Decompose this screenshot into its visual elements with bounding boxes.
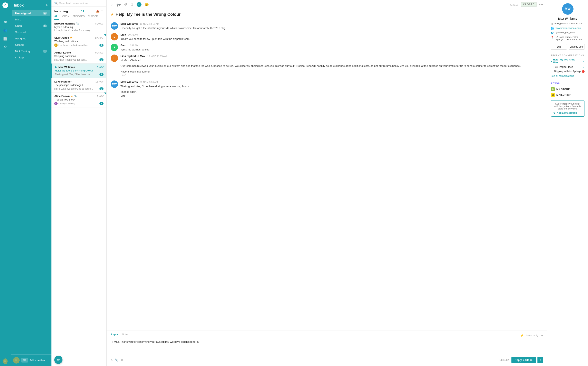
reply-close-dropdown[interactable]: ▾ — [537, 357, 543, 363]
see-all-conversations[interactable]: See all conversations — [551, 75, 585, 77]
sidebar-header: Inbox ↻ — [11, 0, 52, 10]
checkmark-icon[interactable]: ✓ — [111, 3, 113, 7]
add-mailbox-button[interactable]: Add a mailbox — [30, 359, 45, 362]
sidebar-item-snoozed[interactable]: Snoozed — [12, 29, 50, 35]
nav-reports-icon[interactable]: 📈 — [3, 36, 8, 41]
conv-item-top: Arthur Locke 9:35 AM — [54, 51, 104, 54]
nav-inbox-icon[interactable]: ✉ — [3, 20, 8, 24]
sidebar-item-closed[interactable]: Closed — [12, 42, 50, 48]
conv-item-top: Luke Fletcher 18 NOV — [54, 80, 104, 83]
insert-reply-label[interactable]: Insert reply — [526, 334, 538, 337]
user-website[interactable]: www.maxsurfschool.com — [556, 27, 581, 29]
sidebar-item-label: Mine — [15, 18, 21, 21]
list-item[interactable]: Arthur Locke 9:35 AM Shipping Locations … — [52, 49, 106, 63]
tab-snoozed[interactable]: SNOOZED — [73, 15, 84, 20]
attachment-icon[interactable]: 📎 — [115, 358, 118, 361]
conv-item-bottom: L Hey Lesley, haha thanks that... 4 — [54, 44, 104, 47]
sidebar-bottom: U ⌨ Add a mailbox — [11, 354, 52, 366]
conv-time: 9:35 AM — [95, 52, 104, 54]
recent-conv-item[interactable]: Shipping to Palm Springs 🔴 — [551, 70, 585, 73]
left-navigation: C ☰ ✉ 👥 📈 ⚙ U — [0, 0, 11, 366]
conversation-list-header: Incoming 14 📥 ☰ ALL OPEN SNOOZED CLOSED — [52, 7, 106, 20]
recent-conv-item[interactable]: ▶ Help! My Tee is the Wron... ✓ — [551, 58, 585, 64]
reply-close-button[interactable]: Reply & Close — [512, 357, 536, 363]
conv-time: 17 NOV — [96, 95, 104, 97]
sidebar-item-label: Tags — [19, 56, 24, 59]
conv-subject: Tropical Tee Stock — [54, 98, 104, 101]
edit-button[interactable]: Edit — [551, 44, 567, 50]
bold-icon[interactable]: A — [111, 358, 113, 361]
archive-icon[interactable]: 📥 — [96, 10, 99, 13]
keyboard-icon-btn[interactable]: ⌨ — [21, 358, 28, 363]
conv-subject: The package is damaged — [54, 84, 104, 87]
recent-conv-item[interactable]: Hey Tropical Tees ✓ — [551, 66, 585, 69]
tag-active-icon[interactable]: 🏷 — [136, 2, 142, 7]
recent-conv-text: Hey Tropical Tees — [553, 66, 583, 69]
conv-preview: Hello Luke, we are trying to figure... — [54, 87, 93, 90]
tab-open[interactable]: OPEN — [62, 15, 69, 20]
list-item[interactable]: Max Williams 19 NOV Help! My Tee is the … — [52, 63, 106, 78]
search-placeholder: Search all conversations... — [59, 2, 90, 5]
conv-sender-name: Sally Jones ★ — [54, 36, 73, 39]
compose-button[interactable]: ✏ — [54, 356, 62, 364]
sidebar-item-tags[interactable]: 🏷 Tags — [12, 54, 50, 61]
filter-icon[interactable]: ☰ — [101, 10, 104, 13]
message-text: Hi Max, Oh dear! Our team has reviewed y… — [121, 58, 543, 78]
conv-item-top: Edward McBride 📎 8:20 AM — [54, 22, 104, 25]
message-header: Sam 10:47 AM — [121, 44, 543, 47]
user-location: 14 Sand Street, Palm Springs, California… — [556, 36, 585, 41]
list-title: Incoming — [54, 9, 68, 13]
nav-menu-icon[interactable]: ☰ — [3, 12, 8, 16]
nav-contacts-icon[interactable]: 👥 — [3, 28, 8, 33]
add-integration-button[interactable]: ⚙ Add a integration — [553, 112, 577, 114]
emoji-icon[interactable]: 😊 — [145, 3, 149, 7]
message-time: 10:32 AM — [128, 33, 138, 36]
more-options-icon[interactable]: ••• — [540, 334, 543, 337]
list-item[interactable]: Luke Fletcher 18 NOV The package is dama… — [52, 78, 106, 92]
star-icon[interactable]: ★ — [111, 12, 114, 17]
sidebar-item-label: Unassigned — [15, 12, 31, 15]
sidebar-title: Inbox — [14, 3, 24, 8]
list-item[interactable]: Sally Jones ★ 5:43 PM Washing instructio… — [52, 34, 106, 49]
user-twitter-row: 🐦 @surfer_guy_max — [551, 31, 585, 35]
conv-item-top: Alice Brown ★ 📎 17 NOV — [54, 95, 104, 98]
user-name: Max Williams — [551, 17, 585, 20]
unassigned-badge: 6 — [43, 12, 47, 15]
teal-corner-indicator — [104, 92, 106, 95]
sidebar-item-unassigned[interactable]: Unassigned 6 — [12, 10, 50, 16]
alert-icon: 🔴 — [582, 70, 585, 73]
tab-reply[interactable]: Reply — [111, 333, 118, 338]
message-group: MW Max Williams 20 NOV, 9:35 AM That's g… — [111, 80, 543, 98]
chat-header-icons: ✓ 💬 ⏱ ⚙ 🏷 😊 — [111, 2, 149, 7]
settings-icon[interactable]: ⚙ — [130, 3, 133, 7]
clock-icon[interactable]: ⏱ — [124, 3, 127, 6]
refresh-icon[interactable]: ↻ — [46, 4, 48, 7]
message-group: L Lisa 10:32 AM @sam We need to follow-u… — [111, 33, 543, 41]
nav-avatar-icon[interactable]: U — [3, 359, 8, 364]
tab-note[interactable]: Note — [122, 333, 127, 338]
change-user-button[interactable]: Change user — [569, 44, 585, 50]
mailchimp-name: MAILCHIMP — [556, 93, 571, 96]
tab-closed[interactable]: CLOSED — [88, 15, 98, 20]
nick-testing-badge: 1 — [43, 50, 47, 53]
nav-settings-icon[interactable]: ⚙ — [3, 45, 8, 49]
sidebar-item-open[interactable]: Open 6 — [12, 23, 50, 29]
sidebar-item-nick-testing[interactable]: Nick Testing 1 — [12, 48, 50, 54]
list-item[interactable]: Alice Brown ★ 📎 17 NOV Tropical Tee Stoc… — [52, 92, 106, 107]
message-header: Lisa 10:32 AM — [121, 33, 543, 36]
speech-icon[interactable]: 💬 — [117, 3, 121, 7]
chat-header-right: #19117 CLOSED ••• — [510, 2, 543, 7]
list-item[interactable]: Edward McBride 📎 8:20 AM My tee is too b… — [52, 20, 106, 34]
conv-sender-name: Edward McBride 📎 — [54, 22, 79, 25]
trash-icon[interactable]: 🗑 — [121, 358, 123, 361]
recent-conv-text: Shipping to Palm Springs — [553, 70, 582, 73]
tab-all[interactable]: ALL — [54, 15, 59, 20]
more-options-button[interactable]: ••• — [539, 2, 543, 7]
user-email: max@max-surf-school.com — [555, 22, 583, 25]
sidebar-item-assigned[interactable]: Assigned — [12, 35, 50, 42]
message-time: 19 NOV, 11:05 AM — [147, 55, 167, 57]
add-integration-icon: ⚙ — [553, 112, 556, 114]
search-bar[interactable]: 🔍 Search all conversations... — [52, 0, 106, 7]
sidebar-item-mine[interactable]: Mine — [12, 16, 50, 23]
reply-input[interactable]: Hi Max, Thank you for confirming your av… — [111, 340, 543, 354]
